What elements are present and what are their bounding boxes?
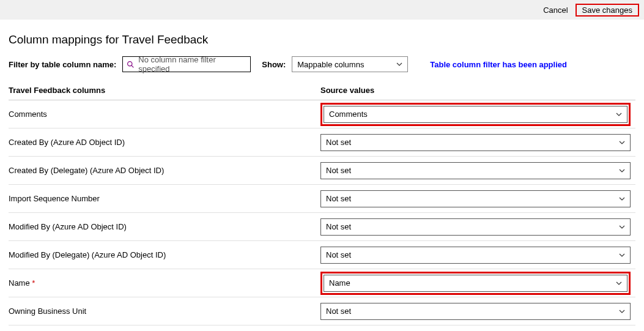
source-value-text: Not set: [326, 194, 351, 203]
source-value-select[interactable]: Not set: [320, 303, 631, 320]
source-value-text: Not set: [326, 138, 351, 147]
mapping-row: Modified By (Azure AD Object ID)Not set: [9, 213, 635, 241]
source-value-select[interactable]: Not set: [320, 162, 631, 179]
mapping-row-label: Modified By (Delegate) (Azure AD Object …: [9, 250, 320, 259]
source-value-text: Name: [329, 278, 350, 288]
source-value-select[interactable]: Not set: [320, 218, 631, 236]
source-value-highlight: Comments: [320, 103, 631, 126]
mapping-row-label: Owning Business Unit: [9, 307, 320, 316]
mapping-row: Import Sequence NumberNot set: [9, 185, 635, 213]
mapping-row-label: Import Sequence Number: [9, 194, 320, 203]
filter-input[interactable]: No column name filter specified: [122, 56, 251, 72]
mapping-row: Owning Business UnitNot set: [9, 297, 635, 325]
mapping-row: Name *Name: [9, 269, 635, 297]
chevron-down-icon: [396, 61, 402, 67]
filter-row: Filter by table column name: No column n…: [9, 56, 635, 72]
mapping-row-label: Modified By (Azure AD Object ID): [9, 222, 320, 231]
mapping-rows: CommentsCommentsCreated By (Azure AD Obj…: [9, 100, 635, 325]
source-value-text: Not set: [326, 250, 351, 259]
mapping-row-value-cell: Not set: [320, 190, 635, 207]
search-icon: [127, 61, 135, 69]
source-value-text: Not set: [326, 222, 351, 231]
source-value-select[interactable]: Not set: [320, 247, 631, 264]
mapping-row-label: Comments: [9, 110, 320, 119]
mapping-row-value-cell: Name: [320, 272, 635, 295]
columns-header-right: Source values: [320, 86, 635, 95]
chevron-down-icon: [616, 111, 622, 117]
source-value-select[interactable]: Not set: [320, 134, 631, 151]
show-select[interactable]: Mappable columns: [292, 56, 408, 72]
chevron-down-icon: [619, 308, 625, 314]
chevron-down-icon: [619, 196, 625, 202]
filter-input-placeholder: No column name filter specified: [138, 55, 246, 73]
filter-label: Filter by table column name:: [9, 60, 116, 69]
mapping-row-value-cell: Not set: [320, 162, 635, 179]
svg-point-0: [128, 61, 132, 65]
svg-line-1: [131, 65, 133, 67]
source-value-select[interactable]: Not set: [320, 190, 631, 207]
mapping-row-label: Created By (Azure AD Object ID): [9, 138, 320, 147]
source-value-select[interactable]: Comments: [324, 106, 627, 123]
source-value-text: Comments: [329, 110, 368, 119]
mapping-row: Modified By (Delegate) (Azure AD Object …: [9, 241, 635, 269]
chevron-down-icon: [619, 224, 625, 230]
chevron-down-icon: [619, 139, 625, 146]
columns-header: Travel Feedback columns Source values: [9, 82, 635, 100]
page-title: Column mappings for Travel Feedback: [9, 33, 635, 46]
source-value-text: Not set: [326, 166, 351, 175]
save-changes-button[interactable]: Save changes: [579, 4, 636, 17]
content-area: Column mappings for Travel Feedback Filt…: [0, 20, 644, 331]
show-select-value: Mappable columns: [297, 60, 364, 69]
mapping-row-value-cell: Not set: [320, 134, 635, 151]
source-value-select[interactable]: Name: [324, 275, 627, 292]
mapping-row-label: Created By (Delegate) (Azure AD Object I…: [9, 166, 320, 175]
chevron-down-icon: [616, 280, 622, 286]
save-changes-highlight: Save changes: [576, 4, 639, 17]
top-bar: Cancel Save changes: [0, 0, 644, 20]
mapping-row-label: Name *: [9, 278, 320, 288]
mapping-row: CommentsComments: [9, 100, 635, 128]
source-value-highlight: Name: [320, 272, 631, 295]
chevron-down-icon: [619, 168, 625, 174]
show-label: Show:: [262, 60, 286, 69]
mapping-row-value-cell: Not set: [320, 303, 635, 320]
mapping-row: Created By (Azure AD Object ID)Not set: [9, 128, 635, 157]
filter-applied-message: Table column filter has been applied: [430, 60, 567, 69]
mapping-row-value-cell: Not set: [320, 218, 635, 236]
mapping-row-value-cell: Not set: [320, 247, 635, 264]
mapping-row: Created By (Delegate) (Azure AD Object I…: [9, 157, 635, 185]
cancel-button[interactable]: Cancel: [539, 4, 571, 17]
columns-header-left: Travel Feedback columns: [9, 86, 320, 95]
chevron-down-icon: [619, 252, 625, 258]
mapping-row-value-cell: Comments: [320, 103, 635, 126]
source-value-text: Not set: [326, 307, 351, 316]
required-star: *: [32, 278, 35, 288]
